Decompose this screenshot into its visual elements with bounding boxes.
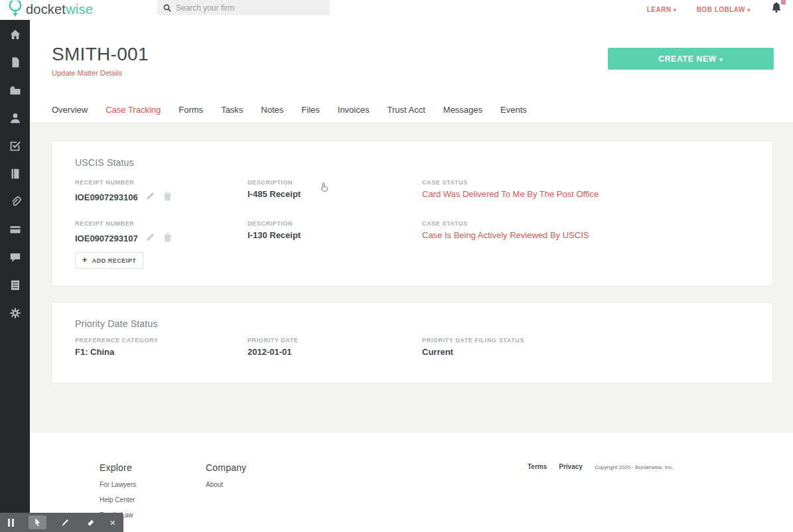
matter-tabs: Overview Case Tracking Forms Tasks Notes… xyxy=(30,97,793,123)
annotation-toolbar: × xyxy=(0,513,123,532)
sidebar-item-tasks[interactable] xyxy=(9,140,21,152)
chevron-down-icon: ▾ xyxy=(747,7,751,13)
description-label: DESCRIPTION xyxy=(248,220,422,227)
tab-notes[interactable]: Notes xyxy=(261,105,283,115)
footer-link-help-center[interactable]: Help Center xyxy=(100,496,136,503)
tab-overview[interactable]: Overview xyxy=(52,105,88,115)
tab-invoices[interactable]: Invoices xyxy=(338,105,370,115)
sidebar-item-billing[interactable] xyxy=(9,224,21,235)
plus-icon: + xyxy=(82,255,88,265)
pencil-icon xyxy=(146,232,155,241)
case-tracking-content: USCIS Status RECEIPT NUMBER IOE090729310… xyxy=(30,123,793,433)
tab-tasks[interactable]: Tasks xyxy=(221,105,243,115)
paperclip-icon xyxy=(9,196,21,208)
sidebar-nav xyxy=(0,20,30,532)
priority-row: PREFERENCE CATEGORY F1: China PRIORITY D… xyxy=(75,337,759,357)
sidebar-item-contacts[interactable] xyxy=(9,112,21,124)
footer-link-for-lawyers[interactable]: For Lawyers xyxy=(100,481,136,488)
chevron-down-icon: ▾ xyxy=(674,7,677,13)
priority-filing-status-value: Current xyxy=(422,347,759,357)
chat-icon xyxy=(9,251,21,263)
receipt-number-field: RECEIPT NUMBER IOE0907293106 xyxy=(75,179,248,202)
user-menu[interactable]: BOB LOBLAW▾ xyxy=(697,6,751,13)
sidebar-item-matters[interactable] xyxy=(9,84,21,96)
priority-date-label: PRIORITY DATE xyxy=(248,337,422,344)
footer-terms-link[interactable]: Terms xyxy=(528,463,547,470)
page-title: SMITH-001 xyxy=(52,44,149,65)
pencil-icon xyxy=(60,517,70,527)
priority-date-status-card: Priority Date Status PREFERENCE CATEGORY… xyxy=(51,302,773,383)
site-footer: Explore For Lawyers Help Center Family L… xyxy=(30,433,793,532)
receipt-number-label: RECEIPT NUMBER xyxy=(75,179,248,186)
pencil-tool-button[interactable] xyxy=(60,517,70,527)
edit-receipt-button[interactable] xyxy=(146,232,155,241)
gear-icon xyxy=(9,307,21,319)
tab-events[interactable]: Events xyxy=(500,105,527,115)
brand-name: docketwise xyxy=(26,2,93,17)
edit-receipt-button[interactable] xyxy=(146,191,155,200)
preference-category-value: F1: China xyxy=(75,347,248,357)
docketwise-balloon-icon xyxy=(8,1,23,18)
receipt-row: RECEIPT NUMBER IOE0907293107 DES xyxy=(75,220,759,243)
preference-category-label: PREFERENCE CATEGORY xyxy=(75,337,248,344)
footer-copyright: Copyright 2020 · Borderwise, Inc. xyxy=(595,464,674,470)
create-new-button[interactable]: CREATE NEW▾ xyxy=(608,48,774,70)
receipt-number-label: RECEIPT NUMBER xyxy=(75,220,248,227)
hand-cursor-icon xyxy=(320,182,329,196)
pencil-icon xyxy=(146,191,155,200)
footer-explore-column: Explore For Lawyers Help Center Family L… xyxy=(100,462,136,519)
add-receipt-button[interactable]: + ADD RECEIPT xyxy=(75,252,143,269)
home-icon xyxy=(9,29,21,40)
notebook-icon xyxy=(9,168,21,180)
app-window: docketwise LEARN▾ BOB LOBLAW▾ xyxy=(0,0,793,532)
priority-card-title: Priority Date Status xyxy=(75,318,759,329)
pause-button[interactable] xyxy=(8,519,14,527)
page-header: SMITH-001 Update Matter Details CREATE N… xyxy=(30,20,793,97)
tab-messages[interactable]: Messages xyxy=(443,105,482,115)
case-status-field: CASE STATUS Case Is Being Actively Revie… xyxy=(422,220,759,243)
uscis-status-card: USCIS Status RECEIPT NUMBER IOE090729310… xyxy=(51,141,773,287)
cursor-tool-button[interactable] xyxy=(29,515,46,529)
sidebar-item-settings[interactable] xyxy=(9,307,21,319)
eraser-tool-button[interactable] xyxy=(85,517,96,527)
uscis-card-title: USCIS Status xyxy=(75,157,759,168)
priority-filing-status-label: PRIORITY DATE FILING STATUS xyxy=(422,337,759,344)
description-field: DESCRIPTION I-485 Receipt xyxy=(248,179,422,202)
sidebar-item-messages[interactable] xyxy=(9,251,21,263)
learn-menu[interactable]: LEARN▾ xyxy=(647,6,677,13)
delete-receipt-button[interactable] xyxy=(163,232,172,242)
case-status-link[interactable]: Case Is Being Actively Reviewed By USCIS xyxy=(422,230,759,240)
sidebar-item-invoices[interactable] xyxy=(9,279,21,291)
description-field: DESCRIPTION I-130 Receipt xyxy=(248,220,422,243)
close-toolbar-button[interactable]: × xyxy=(109,517,115,527)
update-matter-details-link[interactable]: Update Matter Details xyxy=(52,69,122,77)
preference-category-field: PREFERENCE CATEGORY F1: China xyxy=(75,337,248,357)
delete-receipt-button[interactable] xyxy=(163,191,172,201)
sidebar-item-notes[interactable] xyxy=(9,168,21,180)
priority-date-field: PRIORITY DATE 2012-01-01 xyxy=(248,337,422,357)
folder-icon xyxy=(9,84,21,96)
case-status-field: CASE STATUS Card Was Delivered To Me By … xyxy=(422,179,759,202)
sidebar-item-home[interactable] xyxy=(9,29,21,40)
tab-files[interactable]: Files xyxy=(301,105,319,115)
notification-badge xyxy=(781,0,786,5)
sidebar-item-attachments[interactable] xyxy=(9,196,21,208)
trash-icon xyxy=(163,232,172,242)
tab-case-tracking[interactable]: Case Tracking xyxy=(106,105,161,115)
receipt-row: RECEIPT NUMBER IOE0907293106 DES xyxy=(75,179,759,202)
person-icon xyxy=(9,112,21,124)
description-value: I-485 Receipt xyxy=(248,189,422,199)
notifications-button[interactable] xyxy=(770,1,782,17)
tab-forms[interactable]: Forms xyxy=(179,105,203,115)
footer-privacy-link[interactable]: Privacy xyxy=(559,463,583,470)
firm-search xyxy=(157,0,330,15)
eraser-icon xyxy=(85,517,96,527)
sidebar-item-documents[interactable] xyxy=(9,56,21,68)
priority-filing-status-field: PRIORITY DATE FILING STATUS Current xyxy=(422,337,759,357)
brand-logo[interactable]: docketwise xyxy=(8,1,93,18)
case-status-link[interactable]: Card Was Delivered To Me By The Post Off… xyxy=(422,189,759,199)
case-status-label: CASE STATUS xyxy=(422,179,759,186)
footer-link-about[interactable]: About xyxy=(206,481,246,488)
tab-trust-acct[interactable]: Trust Acct xyxy=(387,105,425,115)
search-input[interactable] xyxy=(176,3,324,13)
